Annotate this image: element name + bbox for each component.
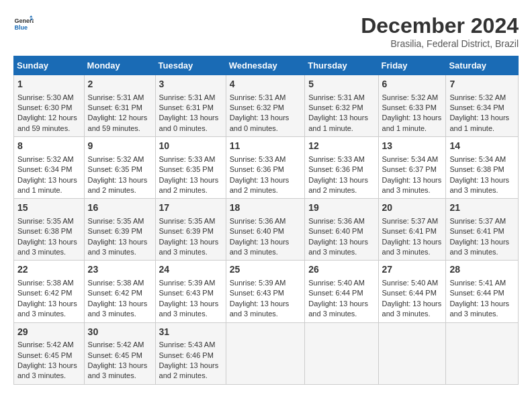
- subtitle: Brasilia, Federal District, Brazil: [361, 38, 519, 49]
- column-header-friday: Friday: [378, 56, 446, 75]
- calendar-cell: 3Sunrise: 5:31 AMSunset: 6:31 PMDaylight…: [155, 75, 226, 137]
- sunrise-label: Sunrise: 5:32 AM: [449, 93, 506, 101]
- daylight-label: Daylight: 13 hours and 2 minutes.: [159, 361, 219, 379]
- calendar-cell: [305, 322, 378, 384]
- calendar-cell: 23Sunrise: 5:38 AMSunset: 6:42 PMDayligh…: [84, 261, 155, 322]
- daylight-label: Daylight: 13 hours and 3 minutes.: [449, 176, 509, 194]
- daylight-label: Daylight: 13 hours and 1 minute.: [449, 113, 509, 132]
- sunset-label: Sunset: 6:39 PM: [159, 227, 214, 235]
- sunset-label: Sunset: 6:32 PM: [230, 103, 284, 111]
- sunset-label: Sunset: 6:37 PM: [382, 165, 437, 173]
- day-number: 24: [159, 263, 222, 277]
- day-number: 29: [17, 326, 81, 339]
- logo-icon: General Blue: [13, 13, 34, 34]
- calendar-cell: 22Sunrise: 5:38 AMSunset: 6:42 PMDayligh…: [14, 261, 85, 322]
- sunrise-label: Sunrise: 5:39 AM: [159, 279, 216, 287]
- day-number: 2: [88, 78, 152, 91]
- sunset-label: Sunset: 6:43 PM: [159, 289, 214, 297]
- sunset-label: Sunset: 6:36 PM: [230, 165, 284, 173]
- daylight-label: Daylight: 12 hours and 59 minutes.: [88, 113, 148, 132]
- day-number: 7: [449, 78, 515, 91]
- day-number: 1: [17, 78, 81, 91]
- sunrise-label: Sunrise: 5:35 AM: [17, 217, 74, 225]
- sunrise-label: Sunrise: 5:41 AM: [449, 279, 506, 287]
- day-number: 5: [308, 78, 374, 91]
- sunset-label: Sunset: 6:46 PM: [159, 351, 214, 359]
- calendar-cell: [446, 322, 519, 384]
- sunset-label: Sunset: 6:44 PM: [449, 289, 504, 297]
- sunset-label: Sunset: 6:38 PM: [17, 227, 72, 235]
- daylight-label: Daylight: 13 hours and 3 minutes.: [230, 238, 290, 256]
- calendar-cell: 28Sunrise: 5:41 AMSunset: 6:44 PMDayligh…: [446, 261, 519, 322]
- calendar-cell: 1Sunrise: 5:30 AMSunset: 6:30 PMDaylight…: [14, 75, 85, 137]
- daylight-label: Daylight: 13 hours and 3 minutes.: [17, 361, 77, 379]
- calendar-cell: 6Sunrise: 5:32 AMSunset: 6:33 PMDaylight…: [378, 75, 446, 137]
- sunrise-label: Sunrise: 5:34 AM: [449, 155, 506, 163]
- daylight-label: Daylight: 13 hours and 2 minutes.: [308, 176, 368, 194]
- sunset-label: Sunset: 6:32 PM: [308, 103, 363, 111]
- daylight-label: Daylight: 13 hours and 3 minutes.: [449, 300, 509, 318]
- daylight-label: Daylight: 13 hours and 3 minutes.: [230, 300, 290, 318]
- daylight-label: Daylight: 13 hours and 3 minutes.: [88, 361, 148, 379]
- day-number: 27: [382, 263, 443, 277]
- daylight-label: Daylight: 13 hours and 3 minutes.: [88, 238, 148, 256]
- main-title: December 2024: [361, 13, 519, 38]
- week-row-5: 29Sunrise: 5:42 AMSunset: 6:45 PMDayligh…: [14, 322, 519, 384]
- daylight-label: Daylight: 13 hours and 2 minutes.: [159, 176, 219, 194]
- sunrise-label: Sunrise: 5:40 AM: [382, 279, 439, 287]
- daylight-label: Daylight: 13 hours and 0 minutes.: [159, 113, 219, 132]
- calendar-header-row: SundayMondayTuesdayWednesdayThursdayFrid…: [14, 56, 519, 75]
- sunrise-label: Sunrise: 5:31 AM: [88, 93, 144, 101]
- calendar-cell: 2Sunrise: 5:31 AMSunset: 6:31 PMDaylight…: [84, 75, 155, 137]
- sunset-label: Sunset: 6:40 PM: [308, 227, 363, 235]
- sunset-label: Sunset: 6:43 PM: [230, 289, 284, 297]
- sunset-label: Sunset: 6:34 PM: [449, 103, 504, 111]
- day-number: 30: [88, 326, 152, 339]
- sunrise-label: Sunrise: 5:31 AM: [308, 93, 365, 101]
- sunrise-label: Sunrise: 5:35 AM: [88, 217, 144, 225]
- sunset-label: Sunset: 6:38 PM: [449, 165, 504, 173]
- sunset-label: Sunset: 6:42 PM: [88, 289, 142, 297]
- column-header-thursday: Thursday: [305, 56, 378, 75]
- daylight-label: Daylight: 13 hours and 3 minutes.: [382, 176, 442, 194]
- calendar-cell: 30Sunrise: 5:42 AMSunset: 6:45 PMDayligh…: [84, 322, 155, 384]
- calendar-cell: 12Sunrise: 5:33 AMSunset: 6:36 PMDayligh…: [305, 137, 378, 199]
- day-number: 20: [382, 201, 443, 215]
- sunset-label: Sunset: 6:35 PM: [159, 165, 214, 173]
- sunrise-label: Sunrise: 5:30 AM: [17, 93, 74, 101]
- calendar-body: 1Sunrise: 5:30 AMSunset: 6:30 PMDaylight…: [14, 75, 519, 385]
- day-number: 9: [88, 140, 152, 153]
- calendar-cell: 17Sunrise: 5:35 AMSunset: 6:39 PMDayligh…: [155, 199, 226, 261]
- day-number: 17: [159, 201, 222, 215]
- daylight-label: Daylight: 12 hours and 59 minutes.: [17, 113, 77, 132]
- sunset-label: Sunset: 6:41 PM: [382, 227, 437, 235]
- sunset-label: Sunset: 6:31 PM: [88, 103, 142, 111]
- day-number: 19: [308, 201, 374, 215]
- calendar-cell: 9Sunrise: 5:32 AMSunset: 6:35 PMDaylight…: [84, 137, 155, 199]
- day-number: 10: [159, 140, 222, 153]
- calendar-cell: 14Sunrise: 5:34 AMSunset: 6:38 PMDayligh…: [446, 137, 519, 199]
- sunrise-label: Sunrise: 5:32 AM: [382, 93, 439, 101]
- day-number: 18: [230, 201, 302, 215]
- page-header: General Blue December 2024 Brasilia, Fed…: [13, 13, 519, 49]
- calendar-cell: 31Sunrise: 5:43 AMSunset: 6:46 PMDayligh…: [155, 322, 226, 384]
- sunrise-label: Sunrise: 5:31 AM: [159, 93, 216, 101]
- daylight-label: Daylight: 13 hours and 3 minutes.: [382, 300, 442, 318]
- sunrise-label: Sunrise: 5:39 AM: [230, 279, 286, 287]
- sunset-label: Sunset: 6:40 PM: [230, 227, 284, 235]
- sunrise-label: Sunrise: 5:33 AM: [159, 155, 216, 163]
- calendar-cell: 11Sunrise: 5:33 AMSunset: 6:36 PMDayligh…: [226, 137, 305, 199]
- sunset-label: Sunset: 6:45 PM: [88, 351, 142, 359]
- calendar-cell: 21Sunrise: 5:37 AMSunset: 6:41 PMDayligh…: [446, 199, 519, 261]
- day-number: 26: [308, 263, 374, 277]
- sunrise-label: Sunrise: 5:43 AM: [159, 340, 216, 349]
- sunset-label: Sunset: 6:30 PM: [17, 103, 72, 111]
- calendar-cell: 19Sunrise: 5:36 AMSunset: 6:40 PMDayligh…: [305, 199, 378, 261]
- day-number: 14: [449, 140, 515, 153]
- sunset-label: Sunset: 6:42 PM: [17, 289, 72, 297]
- calendar-cell: 27Sunrise: 5:40 AMSunset: 6:44 PMDayligh…: [378, 261, 446, 322]
- sunrise-label: Sunrise: 5:33 AM: [308, 155, 365, 163]
- calendar-cell: [378, 322, 446, 384]
- calendar-cell: 5Sunrise: 5:31 AMSunset: 6:32 PMDaylight…: [305, 75, 378, 137]
- sunset-label: Sunset: 6:44 PM: [308, 289, 363, 297]
